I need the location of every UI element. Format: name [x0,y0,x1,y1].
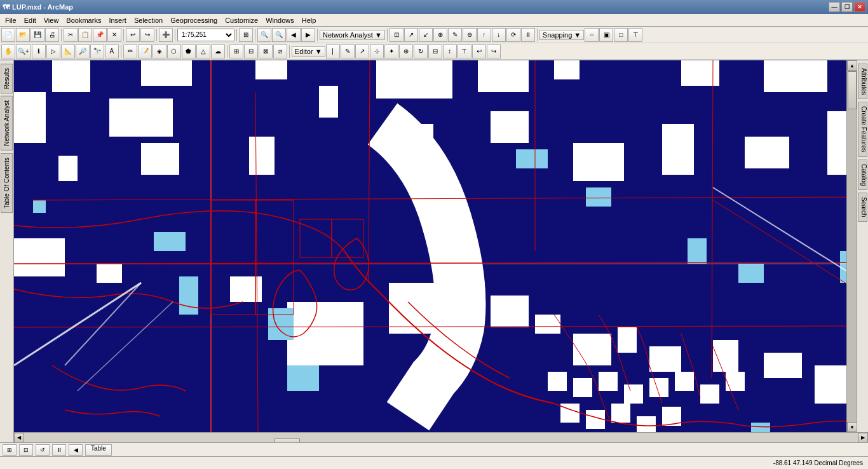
menu-view[interactable]: View [40,16,63,25]
create-features-tab[interactable]: Create Features [858,102,867,156]
bottom-tool-4[interactable]: ⏸ [52,444,66,456]
map-scrollbar-vertical[interactable]: ▲ ▼ [846,60,857,432]
na-tool-4[interactable]: ⊕ [433,28,447,42]
zoom-in-button[interactable]: 🔍 [257,28,271,42]
na-tool-9[interactable]: ⟳ [506,28,520,42]
table-button[interactable]: Table [85,444,112,456]
tool-identify[interactable]: ℹ [32,44,46,58]
editor-tool-12[interactable]: ↪ [487,44,501,58]
scroll-thumb-horizontal[interactable] [275,438,300,443]
cut-button[interactable]: ✂ [64,28,78,42]
editor-tool-8[interactable]: ⊟ [428,44,442,58]
snap-tool-4[interactable]: ⊤ [628,28,642,42]
tool-draw-5[interactable]: ⬟ [182,44,196,58]
editor-tool-5[interactable]: ✦ [384,44,398,58]
na-tool-10[interactable]: ⏸ [521,28,535,42]
snap-tool-3[interactable]: □ [614,28,628,42]
na-tool-5[interactable]: ✎ [448,28,462,42]
close-button[interactable]: ✕ [854,2,865,12]
menu-customize[interactable]: Customize [221,16,262,25]
title-bar-controls[interactable]: — ❐ ✕ [829,2,865,12]
na-tool-7[interactable]: ↑ [477,28,491,42]
bottom-tool-5[interactable]: ◀ [69,444,83,456]
table-of-contents-tab[interactable]: Table Of Contents [1,153,13,213]
editor-tool-3[interactable]: ↗ [355,44,369,58]
editor-tool-6[interactable]: ⊕ [399,44,413,58]
menu-bookmarks[interactable]: Bookmarks [62,16,105,25]
undo-button[interactable]: ↩ [126,28,140,42]
tool-draw-1[interactable]: ✏ [123,44,137,58]
add-data-button[interactable]: ➕ [159,28,173,42]
map-scrollbar-horizontal[interactable]: ◀ ▶ [14,432,868,442]
editor-tool-1[interactable]: | [326,44,340,58]
scale-combo[interactable]: 1:75,251 [177,29,234,41]
scroll-track-vertical[interactable] [847,71,857,422]
na-tool-2[interactable]: ↗ [404,28,418,42]
zoom-out-button[interactable]: 🔍 [272,28,286,42]
search-tab[interactable]: Search [858,193,867,222]
tool-measure[interactable]: 📐 [61,44,75,58]
tool-draw-7[interactable]: ☁ [211,44,225,58]
tool-view-1[interactable]: ⊞ [229,44,243,58]
zoom-prev-button[interactable]: ◀ [287,28,301,42]
bottom-tool-3[interactable]: ↺ [36,444,50,456]
bottom-tool-1[interactable]: ⊞ [3,444,17,456]
attributes-tab[interactable]: Attributes [858,64,867,99]
redo-button[interactable]: ↪ [140,28,154,42]
new-button[interactable]: 📄 [1,28,15,42]
save-button[interactable]: 💾 [31,28,44,42]
menu-windows[interactable]: Windows [262,16,298,25]
tool-view-4[interactable]: ⧄ [273,44,287,58]
tool-select[interactable]: ▷ [46,44,60,58]
tool-find[interactable]: 🔎 [76,44,90,58]
editor-label[interactable]: Editor ▼ [292,46,325,57]
copy-button[interactable]: 📋 [78,28,92,42]
tool-zoom-in[interactable]: 🔍+ [16,44,31,58]
editor-tool-2[interactable]: ✎ [341,44,355,58]
scroll-down-button[interactable]: ▼ [847,422,857,432]
editor-tool-11[interactable]: ↩ [472,44,486,58]
zoom-next-button[interactable]: ▶ [301,28,315,42]
network-analyst-tab[interactable]: Network Analyst [1,96,13,151]
snapping-label[interactable]: Snapping ▼ [539,30,584,40]
na-tool-3[interactable]: ↙ [419,28,433,42]
delete-button[interactable]: ✕ [107,28,121,42]
tool-draw-2[interactable]: 📝 [138,44,152,58]
editor-tool-4[interactable]: ⊹ [370,44,384,58]
tool-label[interactable]: A [105,44,119,58]
editor-tool-7[interactable]: ↻ [414,44,428,58]
editor-tool-10[interactable]: ⊤ [458,44,471,58]
tool-view-3[interactable]: ⊠ [259,44,273,58]
menu-help[interactable]: Help [298,16,320,25]
editor-tool-9[interactable]: ↕ [443,44,457,58]
bottom-tool-2[interactable]: ⊡ [19,444,33,456]
na-tool-1[interactable]: ⊡ [390,28,403,42]
results-tab[interactable]: Results [1,64,13,93]
minimize-button[interactable]: — [829,2,840,12]
tool-draw-6[interactable]: △ [196,44,210,58]
snap-tool-2[interactable]: ▣ [599,28,613,42]
network-analyst-label[interactable]: Network Analyst ▼ [320,30,385,40]
open-button[interactable]: 📂 [16,28,30,42]
maximize-button[interactable]: ❐ [841,2,853,12]
scroll-left-button[interactable]: ◀ [14,433,24,443]
menu-geoprocessing[interactable]: Geoprocessing [166,16,221,25]
menu-file[interactable]: File [1,16,20,25]
tool-view-2[interactable]: ⊟ [244,44,258,58]
snap-tool-1[interactable]: ○ [585,28,599,42]
scroll-right-button[interactable]: ▶ [858,433,868,443]
full-extent-button[interactable]: ⊞ [239,28,253,42]
menu-selection[interactable]: Selection [130,16,166,25]
tool-draw-4[interactable]: ⬡ [167,44,181,58]
menu-insert[interactable]: Insert [105,16,130,25]
tool-pan[interactable]: ✋ [1,44,15,58]
print-button[interactable]: 🖨 [45,28,59,42]
tool-search[interactable]: 🔭 [90,44,104,58]
scroll-thumb-vertical[interactable] [848,71,857,109]
map-area[interactable] [14,60,846,432]
paste-button[interactable]: 📌 [93,28,107,42]
scroll-up-button[interactable]: ▲ [847,60,857,71]
catalog-tab[interactable]: Catalog [858,160,867,190]
na-tool-6[interactable]: ⊖ [463,28,477,42]
menu-edit[interactable]: Edit [20,16,40,25]
